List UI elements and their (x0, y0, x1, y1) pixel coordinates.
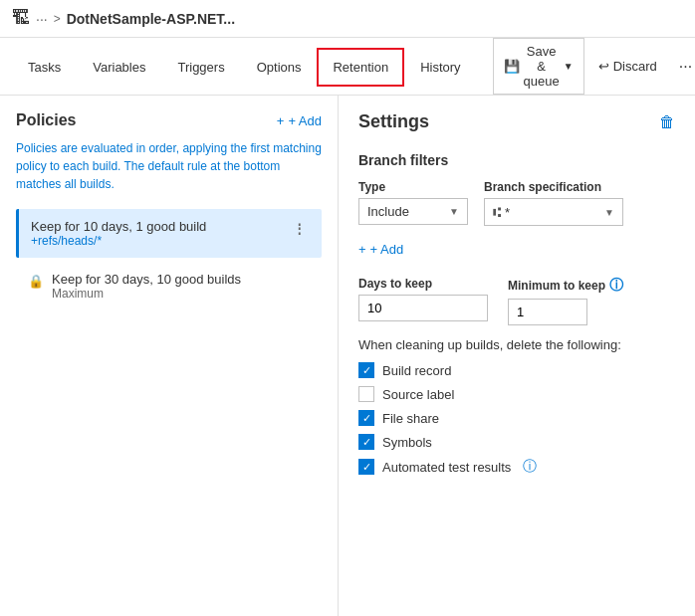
nav-actions: 💾 Save & queue ▼ ↩ Discard ··· (493, 38, 695, 95)
check-icon: ✓ (362, 364, 371, 377)
branch-spec-value: * (505, 205, 510, 220)
branch-spec-chevron-icon: ▼ (604, 207, 614, 218)
branch-icon: ⑆ (493, 204, 501, 220)
tab-triggers[interactable]: Triggers (161, 48, 240, 87)
type-select[interactable]: Include ▼ (358, 198, 468, 225)
symbols-checkbox[interactable]: ✓ (358, 434, 374, 450)
branch-spec-select[interactable]: ⑆ * ▼ (484, 198, 623, 226)
policy-menu-button[interactable]: ⋮ (289, 219, 310, 238)
min-label-row: Minimum to keep ⓘ (508, 277, 623, 295)
policy-item-selected[interactable]: Keep for 10 days, 1 good build +refs/hea… (16, 209, 322, 258)
policies-description: Policies are evaluated in order, applyin… (16, 139, 322, 193)
checkboxes-container: ✓ Build record Source label ✓ File share… (358, 362, 675, 476)
tab-history[interactable]: History (404, 48, 476, 87)
breadcrumb-dots[interactable]: ··· (36, 11, 48, 27)
list-item: ✓ Build record (358, 362, 675, 378)
header: 🏗 ··· > DotNetSample-ASP.NET... (0, 0, 695, 38)
locked-policy-text: Keep for 30 days, 10 good builds Maximum (52, 272, 241, 301)
left-panel: Policies + + Add Policies are evaluated … (0, 96, 339, 616)
add-filter-label: + Add (370, 242, 404, 257)
file-share-checkbox[interactable]: ✓ (358, 410, 374, 426)
discard-label: Discard (613, 59, 657, 74)
policy-sub: +refs/heads/* (31, 234, 289, 248)
add-policy-button[interactable]: + + Add (277, 113, 322, 128)
discard-icon: ↩ (598, 59, 609, 74)
branch-filters-form: Type Include ▼ Branch specification ⑆ * … (358, 180, 675, 226)
policy-text: Keep for 10 days, 1 good build +refs/hea… (31, 219, 289, 248)
right-header: Settings 🗑 (358, 111, 675, 132)
tab-retention[interactable]: Retention (317, 48, 404, 87)
list-item: ✓ Automated test results ⓘ (358, 458, 675, 476)
save-queue-button[interactable]: 💾 Save & queue ▼ (493, 38, 584, 95)
days-group: Days to keep (358, 277, 488, 321)
locked-policy-name: Keep for 30 days, 10 good builds (52, 272, 241, 287)
list-item: ✓ Symbols (358, 434, 675, 450)
file-share-label: File share (382, 411, 439, 426)
more-actions-button[interactable]: ··· (671, 53, 695, 81)
tab-tasks[interactable]: Tasks (12, 48, 77, 87)
min-input[interactable] (508, 299, 587, 325)
discard-button[interactable]: ↩ Discard (588, 54, 667, 79)
add-filter-icon: + (358, 242, 366, 257)
right-panel: Settings 🗑 Branch filters Type Include ▼… (339, 96, 695, 616)
list-item: ✓ File share (358, 410, 675, 426)
save-icon: 💾 (504, 59, 520, 74)
build-icon: 🏗 (12, 8, 30, 29)
type-value: Include (367, 204, 409, 219)
auto-test-label: Automated test results (382, 460, 511, 475)
breadcrumb-chevron: > (54, 12, 61, 26)
type-group: Type Include ▼ (358, 180, 468, 226)
tab-options[interactable]: Options (241, 48, 318, 87)
source-label-checkbox[interactable] (358, 386, 374, 402)
symbols-label: Symbols (382, 435, 432, 450)
tab-variables[interactable]: Variables (77, 48, 161, 87)
settings-title: Settings (358, 111, 429, 132)
check-icon: ✓ (362, 461, 371, 474)
add-filter-button[interactable]: + + Add (358, 238, 403, 261)
min-info-icon[interactable]: ⓘ (609, 277, 623, 295)
delete-button[interactable]: 🗑 (659, 113, 675, 131)
branch-spec-group: Branch specification ⑆ * ▼ (484, 180, 623, 226)
add-policy-icon: + (277, 113, 285, 128)
nav-tabs: Tasks Variables Triggers Options Retenti… (0, 38, 695, 96)
min-group: Minimum to keep ⓘ (508, 277, 623, 325)
add-policy-label: + Add (288, 113, 322, 128)
days-input[interactable] (358, 295, 488, 321)
branch-spec-label: Branch specification (484, 180, 623, 194)
check-icon: ✓ (362, 436, 371, 449)
check-icon: ✓ (362, 412, 371, 425)
panel-header: Policies + + Add (16, 111, 322, 129)
days-row: Days to keep Minimum to keep ⓘ (358, 277, 675, 325)
days-label: Days to keep (358, 277, 488, 291)
build-record-label: Build record (382, 363, 451, 378)
type-label: Type (358, 180, 468, 194)
locked-policy: 🔒 Keep for 30 days, 10 good builds Maxim… (16, 262, 322, 310)
build-record-checkbox[interactable]: ✓ (358, 362, 374, 378)
list-item: Source label (358, 386, 675, 402)
min-label-text: Minimum to keep (508, 279, 605, 293)
lock-icon: 🔒 (28, 274, 44, 289)
cleanup-label: When cleaning up builds, delete the foll… (358, 337, 675, 352)
source-label-label: Source label (382, 387, 454, 402)
page-title: DotNetSample-ASP.NET... (67, 11, 235, 27)
policies-title: Policies (16, 111, 76, 129)
auto-test-info-icon[interactable]: ⓘ (523, 458, 537, 476)
policy-name: Keep for 10 days, 1 good build (31, 219, 289, 234)
save-label: Save & queue (524, 44, 560, 89)
locked-policy-sub: Maximum (52, 287, 241, 301)
save-chevron-icon: ▼ (564, 61, 574, 72)
main-content: Policies + + Add Policies are evaluated … (0, 96, 695, 616)
branch-filters-title: Branch filters (358, 152, 675, 168)
auto-test-checkbox[interactable]: ✓ (358, 459, 374, 475)
type-chevron-icon: ▼ (449, 206, 459, 217)
